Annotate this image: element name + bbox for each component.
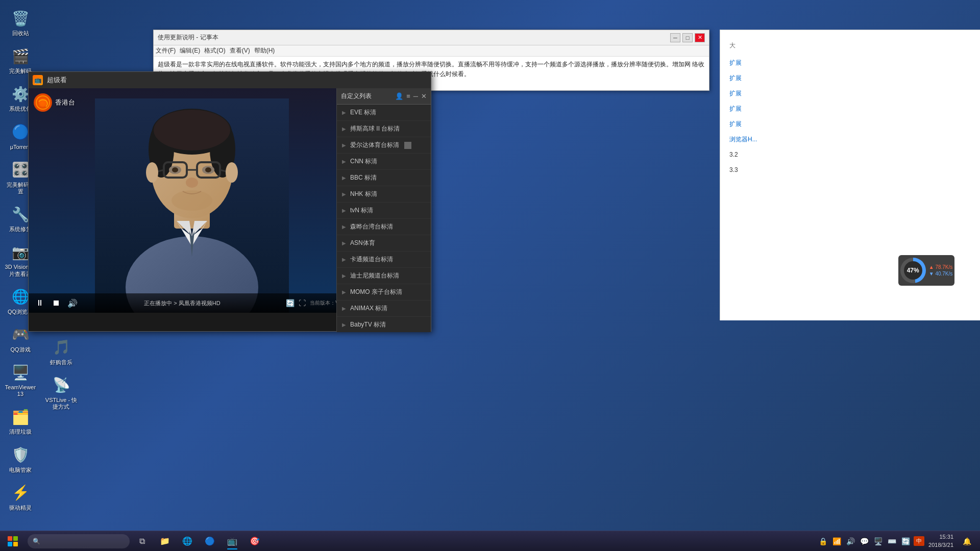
desktop-icon-teamviewer[interactable]: 🖥️ TeamViewer13 [2, 359, 39, 400]
channel-item-asn[interactable]: ▶ ASN体育 [337, 235, 431, 252]
qqgames-label: QQ游戏 [10, 346, 30, 353]
fullscreen-button[interactable]: ⛶ [299, 299, 306, 307]
desktop-icon-trash[interactable]: 🗂️ 清理垃圾 [2, 404, 39, 438]
scratch-icon: 🎯 [249, 535, 261, 547]
channel-item-babytv[interactable]: ▶ BabyTV 标清 [337, 317, 431, 332]
channel-arrow-asn: ▶ [342, 240, 346, 246]
xiami-icon: 🎵 [51, 337, 71, 358]
channel-item-momo[interactable]: ▶ MOMO 亲子台标清 [337, 284, 431, 300]
task-view-button[interactable]: ⧉ [132, 531, 152, 552]
notepad-menu-edit[interactable]: 编辑(E) [180, 46, 200, 55]
3dvision-icon: 📷 [10, 242, 31, 262]
channel-item-senyue[interactable]: ▶ 森晔台湾台标清 [337, 219, 431, 235]
channel-name-cnn: CNN 标清 [350, 157, 377, 166]
notepad-menu-help[interactable]: 帮助(H) [254, 46, 275, 55]
channel-item-cartoon[interactable]: ▶ 卡通频道台标清 [337, 252, 431, 268]
video-content: 香港台 [29, 88, 355, 313]
channel-name-label: 香港台 [55, 98, 75, 107]
teamviewer-label: TeamViewer13 [5, 384, 36, 397]
teamviewer-icon: 🖥️ [10, 362, 31, 383]
right-panel-expand4[interactable]: 扩展 [729, 103, 971, 115]
qqgames-icon: 🎮 [10, 324, 31, 345]
stop-button[interactable]: ⏹ [50, 297, 62, 309]
channel-arrow-eve: ▶ [342, 110, 346, 115]
tray-security-icon[interactable]: 🔒 [817, 536, 829, 546]
notepad-menu-view[interactable]: 查看(V) [230, 46, 250, 55]
notepad-close-button[interactable]: ✕ [695, 33, 705, 42]
pause-button[interactable]: ⏸ [34, 297, 46, 309]
tray-chat-icon[interactable]: 💬 [859, 536, 870, 546]
desktop: 🗑️ 回收站 🎬 完美解码 ⚙️ 系统优化 🔵 μTorrent 🎛️ 完美解码… [0, 0, 980, 551]
right-panel-expand1[interactable]: 扩展 [729, 57, 971, 69]
notepad-maximize-button[interactable]: □ [682, 33, 693, 42]
player-title: 超级看 [47, 76, 427, 85]
notification-button[interactable]: 🔔 [958, 532, 976, 550]
notepad-menu-file[interactable]: 文件(F) [156, 46, 176, 55]
taskbar-app-explorer[interactable]: 📁 [154, 532, 176, 550]
refresh-button[interactable]: 🔄 [286, 299, 295, 307]
vstlive-label: VSTLive - 快捷方式 [45, 397, 77, 410]
channel-name-golf: 搏斯高球 II 台标清 [350, 124, 400, 133]
svg-point-20 [205, 167, 211, 172]
system-clock[interactable]: 15:31 2018/3/21 [926, 533, 955, 549]
taskbar-search[interactable]: 🔍 [28, 534, 130, 548]
menu-icon[interactable]: ≡ [406, 92, 410, 100]
taskbar-app-edge[interactable]: 🌐 [177, 532, 198, 550]
channel-item-elta[interactable]: ▶ 爱尔达体育台标清 [337, 137, 431, 154]
upload-stat: ▲ 78.7K/s [929, 264, 953, 270]
taskbar-app-scratch[interactable]: 🎯 [244, 532, 265, 550]
channel-name-elta: 爱尔达体育台标清 [350, 141, 399, 149]
volume-button[interactable]: 🔊 [66, 297, 79, 309]
taskbar-app-list: 📁 🌐 🔵 📺 🎯 [152, 532, 813, 550]
channel-arrow-animax: ▶ [342, 306, 346, 311]
taskbar-app-chrome[interactable]: 🔵 [199, 532, 220, 550]
channel-arrow-nhk: ▶ [342, 191, 346, 197]
desktop-icon-pcmanager[interactable]: 🛡️ 电脑管家 [2, 442, 39, 477]
minimize-channel-button[interactable]: ─ [413, 92, 418, 100]
tray-monitor-icon[interactable]: 🖥️ [872, 536, 884, 546]
channel-name-disney: 迪士尼频道台标清 [350, 271, 399, 280]
channel-item-eve[interactable]: ▶ EVE 标清 [337, 105, 431, 121]
player-icon: 📺 [33, 75, 43, 85]
language-button[interactable]: 中 [914, 536, 924, 546]
taskbar-app-superkan[interactable]: 📺 [222, 532, 243, 550]
channel-arrow-senyue: ▶ [342, 224, 346, 230]
channel-item-bbc[interactable]: ▶ BBC 标清 [337, 170, 431, 186]
channel-list-header-icons: 👤 ≡ ─ ✕ [395, 92, 427, 100]
search-icon: 🔍 [33, 538, 40, 545]
right-panel-expand3[interactable]: 扩展 [729, 87, 971, 99]
right-panel-expand2[interactable]: 扩展 [729, 72, 971, 84]
desktop-icon-xiami[interactable]: 🎵 虾购音乐 [43, 334, 80, 369]
channel-name-asn: ASN体育 [350, 239, 375, 247]
channel-item-nhk[interactable]: ▶ NHK 标清 [337, 186, 431, 203]
notepad-title: 使用更新说明 - 记事本 [158, 33, 218, 42]
right-panel-expand5[interactable]: 扩展 [729, 118, 971, 130]
right-panel-browser[interactable]: 浏览器H... [729, 133, 971, 145]
channel-item-tvn[interactable]: ▶ tvN 标清 [337, 203, 431, 219]
tray-keyboard-icon[interactable]: ⌨️ [886, 536, 898, 546]
notepad-minimize-button[interactable]: ─ [670, 33, 680, 42]
close-channel-button[interactable]: ✕ [421, 92, 427, 100]
start-button[interactable] [0, 531, 26, 552]
desktop-icon-recycle[interactable]: 🗑️ 回收站 [2, 5, 39, 40]
channel-logo-circle [34, 93, 52, 112]
channel-list-scroll[interactable]: ▶ EVE 标清 ▶ 搏斯高球 II 台标清 ▶ 爱尔达体育台标清 ▶ CNN … [337, 105, 431, 332]
desktop-icon-driveboost[interactable]: ⚡ 驱动精灵 [2, 480, 39, 514]
channel-name-animax: ANIMAX 标清 [350, 304, 387, 313]
channel-item-cnn[interactable]: ▶ CNN 标清 [337, 154, 431, 170]
tray-network-icon[interactable]: 📶 [831, 536, 843, 546]
notepad-menu-format[interactable]: 格式(O) [204, 46, 225, 55]
tray-sync-icon[interactable]: 🔄 [900, 536, 912, 546]
channel-list-header: 自定义列表 👤 ≡ ─ ✕ [337, 88, 431, 105]
user-icon[interactable]: 👤 [395, 92, 403, 100]
sysopt-icon: ⚙️ [10, 84, 31, 104]
channel-arrow-disney: ▶ [342, 273, 346, 279]
tray-volume-icon[interactable]: 🔊 [845, 536, 856, 546]
svg-point-22 [146, 162, 158, 183]
channel-item-animax[interactable]: ▶ ANIMAX 标清 [337, 300, 431, 317]
channel-logo-overlay: 香港台 [34, 93, 75, 112]
qqbrowser-icon: 🌐 [10, 287, 31, 307]
channel-item-golf[interactable]: ▶ 搏斯高球 II 台标清 [337, 121, 431, 137]
desktop-icon-vstlive[interactable]: 📡 VSTLive - 快捷方式 [43, 372, 80, 413]
channel-item-disney[interactable]: ▶ 迪士尼频道台标清 [337, 268, 431, 284]
